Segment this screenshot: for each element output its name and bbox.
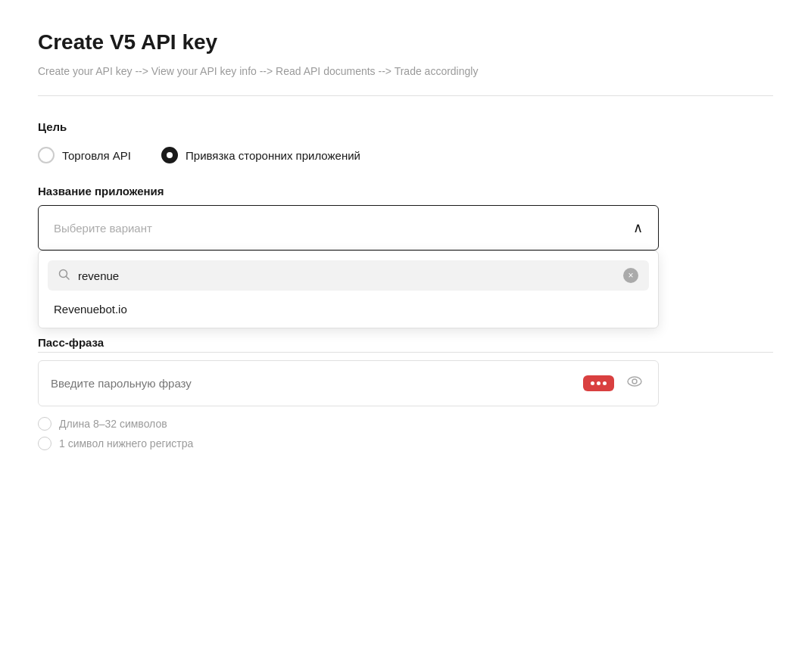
clear-icon: × (628, 270, 633, 281)
dropdown-item-revenuebot[interactable]: Revenuebot.io (39, 291, 658, 328)
radio-circle-trading (38, 147, 55, 163)
radio-binding-label: Привязка сторонних приложений (186, 149, 360, 162)
eye-button[interactable] (623, 373, 646, 394)
chevron-up-icon: ∧ (633, 219, 643, 236)
passphrase-input[interactable] (51, 377, 574, 390)
search-row: × (48, 260, 649, 291)
passphrase-section: Пасс-фраза (38, 336, 773, 406)
validation-list: Длина 8–32 символов 1 символ нижнего рег… (38, 417, 773, 450)
app-name-select-wrapper: Выберите вариант ∧ × Revenuebot.io (38, 205, 659, 328)
radio-circle-binding (161, 147, 178, 163)
dropdown-panel: × Revenuebot.io (38, 250, 659, 328)
validation-radio-length (38, 417, 51, 431)
svg-line-1 (67, 276, 70, 279)
clear-search-button[interactable]: × (623, 268, 638, 283)
radio-trading-label: Торговля API (62, 149, 131, 162)
validation-text-length: Длина 8–32 символов (59, 418, 167, 430)
validation-text-lowercase: 1 символ нижнего регистра (59, 437, 193, 450)
validation-item-lowercase: 1 символ нижнего регистра (38, 437, 773, 450)
radio-trading[interactable]: Торговля API (38, 147, 131, 163)
dots-button[interactable] (583, 375, 614, 391)
app-name-select[interactable]: Выберите вариант ∧ (38, 205, 659, 250)
search-input[interactable] (78, 269, 616, 282)
radio-binding[interactable]: Привязка сторонних приложений (161, 147, 360, 163)
validation-radio-lowercase (38, 437, 51, 450)
purpose-label: Цель (38, 120, 773, 133)
passphrase-divider (38, 352, 773, 353)
dot-3 (603, 381, 607, 385)
passphrase-input-wrapper (38, 360, 659, 406)
search-icon (58, 269, 70, 283)
divider (38, 95, 773, 96)
dot-2 (597, 381, 600, 385)
dot-1 (591, 381, 594, 385)
validation-item-length: Длина 8–32 символов (38, 417, 773, 431)
breadcrumb: Create your API key --> View your API ke… (38, 65, 773, 77)
svg-point-2 (628, 377, 641, 386)
svg-point-3 (632, 379, 637, 384)
radio-group: Торговля API Привязка сторонних приложен… (38, 147, 773, 163)
page-title: Create V5 API key (38, 30, 773, 54)
passphrase-label: Пасс-фраза (38, 336, 773, 349)
app-name-label: Название приложения (38, 185, 773, 198)
eye-icon (626, 373, 643, 390)
select-placeholder: Выберите вариант (54, 222, 152, 235)
